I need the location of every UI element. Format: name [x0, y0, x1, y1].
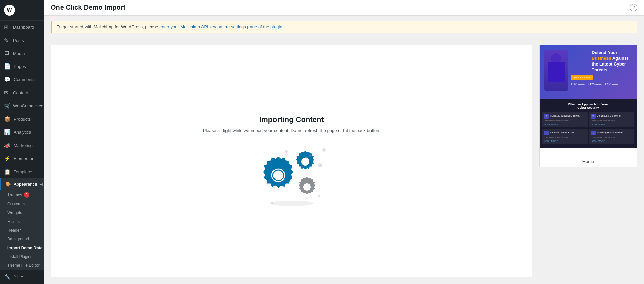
sidebar-item-products[interactable]: 📦 Products	[0, 112, 44, 126]
preview-image: Defend Your Business Against the Latest …	[539, 45, 637, 156]
preview-character	[544, 50, 568, 91]
notice-link[interactable]: enter your Mailchimp API key on the sett…	[159, 24, 282, 29]
content: Importing Content Please sit tight while…	[44, 38, 644, 284]
sidebar-sub-menus[interactable]: Menus	[0, 217, 44, 226]
dashboard-icon: ⊞	[4, 24, 10, 30]
notice-suffix: .	[282, 24, 284, 29]
content-wrap: To get started with Mailchimp for WordPr…	[44, 16, 644, 284]
import-title: Importing Content	[259, 115, 324, 124]
help-icon[interactable]: ?	[630, 4, 637, 11]
sidebar-sub-background[interactable]: Background	[0, 235, 44, 243]
sidebar-label-yith: YITH	[14, 274, 24, 279]
dot-5	[318, 195, 320, 197]
preview-hero-stats: 2164 —— +120 —— 95% ——	[571, 83, 632, 86]
products-icon: 📦	[4, 116, 11, 122]
preview-hero-text: Defend Your Business Against the Latest …	[592, 50, 632, 73]
preview-card-2: 👁 Continuous Monitoring Lorem ipsum dolo…	[589, 112, 635, 127]
sidebar-sub-header[interactable]: Header	[0, 226, 44, 235]
card-link-1[interactable]: LOOK MORE	[544, 123, 586, 126]
dot-2	[305, 157, 307, 159]
hero-text-area: Defend Your Business Against the Latest …	[568, 50, 632, 86]
sidebar-item-marketing[interactable]: 📣 Marketing	[0, 139, 44, 152]
contact-icon: ✉	[4, 89, 10, 96]
preview-label: Home	[539, 156, 637, 167]
notice-area: To get started with Mailchimp for WordPr…	[44, 16, 644, 38]
card-link-3[interactable]: LOOK MORE	[544, 140, 586, 143]
comments-icon: 💬	[4, 76, 11, 83]
card-icon-1: ⚠	[544, 114, 549, 119]
appearance-icon: 🎨	[5, 182, 11, 187]
sidebar-label-elementor: Elementor	[14, 156, 33, 161]
sidebar-label-templates: Templates	[14, 169, 33, 174]
char-body	[548, 62, 565, 82]
sidebar-sub-install-plugins[interactable]: Install Plugins	[0, 252, 44, 261]
page-title: One Click Demo Import	[51, 4, 125, 11]
sidebar-item-templates[interactable]: 📋 Templates	[0, 165, 44, 178]
preview-hero: Defend Your Business Against the Latest …	[540, 45, 637, 99]
card-link-2[interactable]: LOOK MORE	[591, 123, 633, 126]
marketing-icon: 📣	[4, 142, 11, 149]
sidebar-sub-widgets[interactable]: Widgets	[0, 208, 44, 217]
media-icon: 🖼	[4, 50, 10, 56]
sidebar-item-elementor[interactable]: ⚡ Elementor	[0, 152, 44, 165]
sidebar-label-comments: Comments	[14, 77, 35, 82]
dot-1	[285, 150, 288, 153]
sidebar-label-appearance: Appearance	[14, 182, 37, 187]
sidebar-item-woocommerce[interactable]: 🛒 WooCommerce	[0, 99, 44, 112]
sidebar-label-analytics: Analytics	[14, 130, 31, 135]
preview-dark-section: Effective Approach for YourCyber Securit…	[540, 99, 637, 148]
stat-3: 95% ——	[605, 83, 618, 86]
svg-point-2	[301, 157, 310, 166]
wp-logo-area: W	[0, 0, 44, 21]
sidebar-label-media: Media	[13, 51, 25, 56]
stat-2: +120 ——	[588, 83, 602, 86]
sidebar-item-comments[interactable]: 💬 Comments	[0, 73, 44, 86]
card-icon-3: H	[544, 131, 549, 135]
sidebar-item-dashboard[interactable]: ⊞ Dashboard	[0, 21, 44, 34]
stat-1: 2164 ——	[571, 83, 585, 86]
notice-text: To get started with Mailchimp for WordPr…	[57, 24, 159, 29]
preview-panel: Defend Your Business Against the Latest …	[539, 45, 637, 277]
sidebar-item-yith[interactable]: 🔧 YITH	[0, 270, 44, 283]
sidebar-label-posts: Posts	[13, 38, 24, 43]
preview-card-1: ⚠ Increased & Evolving Threat Lorem ipsu…	[542, 112, 588, 127]
sidebar-item-posts[interactable]: ✎ Posts	[0, 34, 44, 47]
sidebar-sub-theme-file-editor[interactable]: Theme File Editor	[0, 261, 44, 270]
main-area: One Click Demo Import ? To get started w…	[44, 0, 644, 284]
sidebar-item-pages[interactable]: 📄 Pages	[0, 60, 44, 73]
sidebar-sub-customize[interactable]: Customize	[0, 200, 44, 208]
sidebar-label-products: Products	[14, 117, 31, 122]
card-icon-2: 👁	[591, 114, 596, 119]
topbar: One Click Demo Import ?	[44, 0, 644, 16]
sidebar-sub-themes[interactable]: Themes 3	[0, 190, 44, 200]
sidebar-item-appearance[interactable]: 🎨 Appearance ◀	[0, 178, 44, 190]
yith-icon: 🔧	[4, 273, 11, 280]
sidebar-sub-import-demo[interactable]: Import Demo Data	[0, 243, 44, 252]
woocommerce-icon: 🛒	[4, 103, 10, 109]
preview-card-3: H Structural Weaknesses Lorem ipsum dolo…	[542, 129, 588, 144]
gears-container: ✦ ✦ ✦	[258, 147, 326, 207]
pages-icon: 📄	[4, 63, 11, 70]
sidebar-label-woocommerce: WooCommerce	[13, 103, 43, 108]
sidebar-item-analytics[interactable]: 📊 Analytics	[0, 126, 44, 139]
import-box: Importing Content Please sit tight while…	[51, 45, 532, 277]
svg-point-4	[270, 201, 314, 206]
sidebar-label-marketing: Marketing	[14, 143, 33, 148]
preview-grid: ⚠ Increased & Evolving Threat Lorem ipsu…	[542, 112, 634, 144]
sidebar-item-contact[interactable]: ✉ Contact	[0, 86, 44, 99]
templates-icon: 📋	[4, 169, 11, 175]
card-link-4[interactable]: LOOK MORE	[591, 140, 633, 143]
sidebar-label-dashboard: Dashboard	[13, 25, 34, 30]
appearance-submenu: Themes 3 Customize Widgets Menus Header …	[0, 190, 44, 270]
elementor-icon: ⚡	[4, 155, 11, 162]
analytics-icon: 📊	[4, 129, 11, 135]
preview-dark-title: Effective Approach for YourCyber Securit…	[542, 103, 634, 109]
dot-4	[318, 163, 322, 167]
sidebar-item-media[interactable]: 🖼 Media	[0, 47, 44, 60]
sidebar-label-contact: Contact	[13, 90, 28, 95]
preview-hero-btn: LEARN MORE	[571, 75, 593, 80]
svg-point-3	[303, 183, 311, 191]
wp-logo: W	[4, 5, 15, 16]
sidebar-label-pages: Pages	[14, 64, 26, 69]
dot-6	[271, 202, 273, 204]
